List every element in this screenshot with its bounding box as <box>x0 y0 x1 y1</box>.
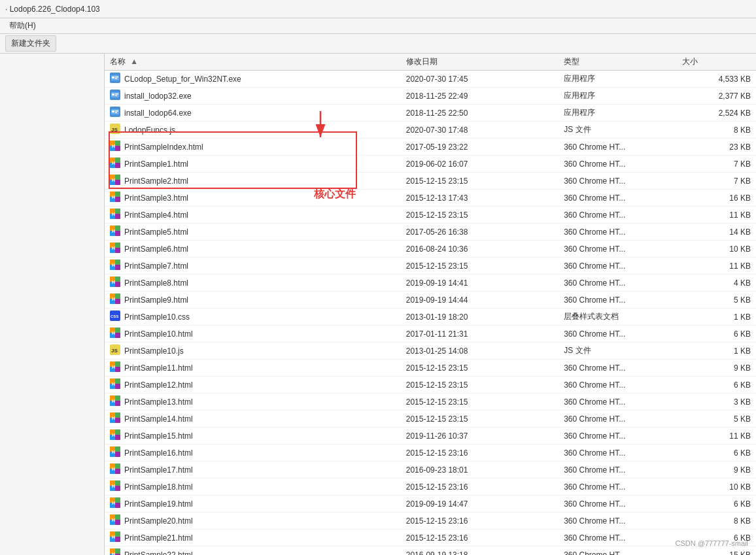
svg-rect-133 <box>115 480 120 486</box>
col-header-date[interactable]: 修改日期 <box>401 54 558 71</box>
table-row[interactable]: H PrintSample16.html2015-12-15 23:16360 … <box>105 445 756 462</box>
file-name-cell: H PrintSample6.html <box>105 241 401 258</box>
file-name-cell: H PrintSample8.html <box>105 275 401 292</box>
svg-text:H: H <box>112 399 115 403</box>
table-row[interactable]: H PrintSample14.html2015-12-15 23:15360 … <box>105 411 756 428</box>
table-row[interactable]: H PrintSample2.html2015-12-15 23:15360 C… <box>105 173 756 190</box>
sidebar <box>0 54 105 555</box>
icon-exe <box>110 90 120 102</box>
toolbar: 新建文件夹 <box>0 34 756 54</box>
table-row[interactable]: H PrintSample21.html2015-12-15 23:16360 … <box>105 530 756 547</box>
svg-rect-51 <box>115 226 120 231</box>
svg-rect-147 <box>115 520 120 525</box>
table-row[interactable]: H PrintSampleIndex.html2017-05-19 23:223… <box>105 139 756 156</box>
table-row[interactable]: install_lodop64.exe2018-11-25 22:50应用程序2… <box>105 105 756 122</box>
file-type: 360 Chrome HT... <box>558 258 677 275</box>
file-type: 360 Chrome HT... <box>558 445 677 462</box>
svg-text:H: H <box>112 382 115 386</box>
svg-rect-129 <box>115 469 120 474</box>
svg-rect-47 <box>115 214 120 219</box>
table-row[interactable]: H PrintSample9.html2019-09-19 14:44360 C… <box>105 292 756 309</box>
svg-text:H: H <box>112 280 115 284</box>
svg-text:JS: JS <box>111 348 118 354</box>
table-row[interactable]: H PrintSample10.html2017-01-11 21:31360 … <box>105 326 756 343</box>
new-folder-button[interactable]: 新建文件夹 <box>5 35 56 52</box>
icon-html: H <box>110 378 120 391</box>
col-header-type[interactable]: 类型 <box>558 54 677 71</box>
svg-rect-65 <box>115 265 120 270</box>
svg-text:H: H <box>112 365 115 369</box>
svg-text:H: H <box>112 331 115 335</box>
svg-text:H: H <box>112 178 115 182</box>
file-name-cell: H PrintSample20.html <box>105 513 401 530</box>
table-row[interactable]: H PrintSample15.html2019-11-26 10:37360 … <box>105 428 756 445</box>
svg-rect-11 <box>115 95 117 97</box>
col-header-name[interactable]: 名称 ▲ <box>105 54 401 71</box>
table-row[interactable]: JS LodopFuncs.js2020-07-30 17:48JS 文件8 K… <box>105 122 756 139</box>
icon-html: H <box>110 514 120 527</box>
icon-html: H <box>110 395 120 408</box>
file-name-cell: H PrintSample7.html <box>105 258 401 275</box>
table-row[interactable]: H PrintSample1.html2019-06-02 16:07360 C… <box>105 156 756 173</box>
table-row[interactable]: H PrintSample11.html2015-12-15 23:15360 … <box>105 360 756 377</box>
svg-rect-33 <box>115 175 120 180</box>
table-row[interactable]: H PrintSample3.html2015-12-13 17:43360 C… <box>105 190 756 207</box>
table-row[interactable]: H PrintSample7.html2015-12-15 23:15360 C… <box>105 258 756 275</box>
svg-rect-91 <box>115 362 120 367</box>
file-date: 2019-09-19 14:41 <box>401 275 558 292</box>
file-type: 360 Chrome HT... <box>558 411 677 428</box>
file-size: 11 KB <box>677 207 756 224</box>
file-size: 16 KB <box>677 190 756 207</box>
table-row[interactable]: CLodop_Setup_for_Win32NT.exe2020-07-30 1… <box>105 71 756 88</box>
file-list-scroll[interactable]: 名称 ▲ 修改日期 类型 大小 <box>105 54 756 555</box>
table-row[interactable]: H PrintSample4.html2015-12-15 23:15360 C… <box>105 207 756 224</box>
file-type: 360 Chrome HT... <box>558 190 677 207</box>
svg-rect-121 <box>115 446 120 452</box>
table-row[interactable]: JS PrintSample10.js2013-01-25 14:08JS 文件… <box>105 343 756 360</box>
table-row[interactable]: H PrintSample6.html2016-08-24 10:36360 C… <box>105 241 756 258</box>
table-row[interactable]: H PrintSample18.html2015-12-15 23:16360 … <box>105 479 756 496</box>
icon-html: H <box>110 175 120 187</box>
file-size: 6 KB <box>677 445 756 462</box>
table-row[interactable]: H PrintSample5.html2017-05-26 16:38360 C… <box>105 224 756 241</box>
svg-rect-97 <box>115 378 120 384</box>
file-size: 4 KB <box>677 275 756 292</box>
col-header-size[interactable]: 大小 <box>677 54 756 71</box>
svg-text:H: H <box>112 297 115 301</box>
table-row[interactable]: install_lodop32.exe2018-11-25 22:49应用程序2… <box>105 88 756 105</box>
table-row[interactable]: H PrintSample13.html2015-12-15 23:15360 … <box>105 394 756 411</box>
icon-js: JS <box>110 345 120 357</box>
icon-html: H <box>110 277 120 289</box>
file-type: 应用程序 <box>558 71 677 88</box>
file-size: 9 KB <box>677 462 756 479</box>
table-row[interactable]: H PrintSample19.html2019-09-19 14:47360 … <box>105 496 756 513</box>
table-row[interactable]: H PrintSample12.html2015-12-15 23:15360 … <box>105 377 756 394</box>
svg-rect-71 <box>115 282 120 287</box>
table-row[interactable]: H PrintSample20.html2015-12-15 23:16360 … <box>105 513 756 530</box>
file-size: 6 KB <box>677 326 756 343</box>
file-name-text: PrintSample21.html <box>124 533 193 543</box>
svg-rect-103 <box>115 395 120 401</box>
content-area: 核心文件 名称 ▲ 修改日期 类型 <box>105 54 756 555</box>
svg-text:JS: JS <box>111 127 118 133</box>
svg-rect-21 <box>115 141 120 146</box>
table-row[interactable]: CSS PrintSample10.css2013-01-19 18:20层叠样… <box>105 309 756 326</box>
file-date: 2015-12-15 23:16 <box>401 513 558 530</box>
svg-rect-99 <box>115 384 120 389</box>
icon-html: H <box>110 446 120 459</box>
file-size: 8 KB <box>677 122 756 139</box>
table-row[interactable]: H PrintSample17.html2016-09-23 18:01360 … <box>105 462 756 479</box>
file-name-cell: H PrintSample14.html <box>105 411 401 428</box>
svg-rect-63 <box>115 260 120 265</box>
file-name-text: PrintSample10.js <box>124 346 184 356</box>
table-header-row: 名称 ▲ 修改日期 类型 大小 <box>105 54 756 71</box>
table-row[interactable]: H PrintSample22.html2016-09-19 13:18360 … <box>105 547 756 556</box>
file-size: 5 KB <box>677 411 756 428</box>
file-name-text: PrintSample6.html <box>124 244 188 254</box>
menu-help[interactable]: 帮助(H) <box>5 19 40 33</box>
table-row[interactable]: H PrintSample8.html2019-09-19 14:41360 C… <box>105 275 756 292</box>
svg-text:H: H <box>112 484 115 488</box>
file-type: 360 Chrome HT... <box>558 513 677 530</box>
svg-rect-139 <box>115 497 120 503</box>
file-type: 层叠样式表文档 <box>558 309 677 326</box>
